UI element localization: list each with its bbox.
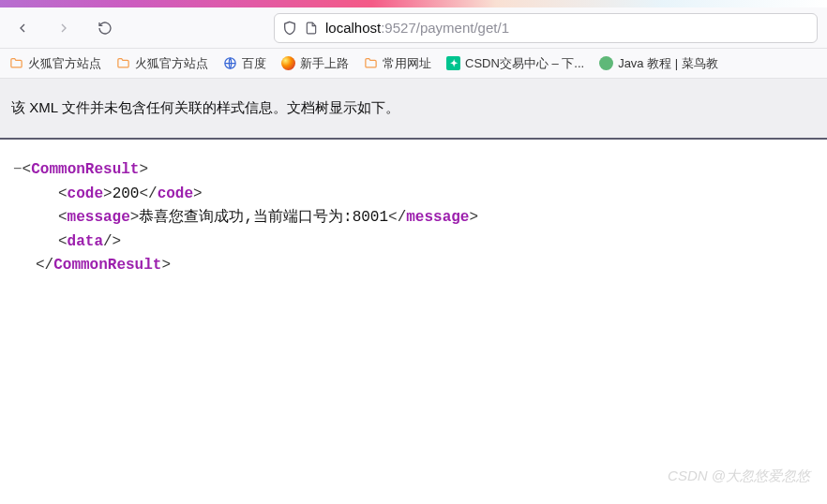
xml-tag: data [68,233,103,250]
bookmark-item[interactable]: 新手上路 [281,55,349,72]
bookmark-item[interactable]: 火狐官方站点 [9,55,101,72]
shield-icon [282,21,297,36]
folder-icon [116,56,130,70]
bookmark-label: Java 教程 | 菜鸟教 [618,55,718,72]
back-button[interactable] [9,15,36,41]
firefox-icon [281,56,295,70]
bookmark-label: CSDN交易中心 – 下... [465,55,584,72]
bookmark-label: 新手上路 [300,55,349,72]
xml-line: <code>200</code> [13,183,814,207]
xml-tag: CommonResult [31,161,139,178]
url-text: localhost:9527/payment/get/1 [325,20,509,36]
page-icon [305,21,318,36]
bookmark-item[interactable]: Java 教程 | 菜鸟教 [599,55,718,72]
xml-line: <data/> [13,230,814,255]
bookmark-label: 常用网址 [383,55,431,72]
collapse-toggle[interactable]: − [13,161,23,178]
xml-tag: message [68,209,130,226]
bookmark-label: 火狐官方站点 [28,55,101,72]
watermark: CSDN @大忽悠爱忽悠 [668,467,810,485]
url-port: :9527 [381,20,416,36]
xml-line: <message>恭喜您查询成功,当前端口号为:8001</message> [13,206,814,230]
bookmark-label: 百度 [242,55,266,72]
bookmark-label: 火狐官方站点 [135,55,208,72]
globe-icon [223,56,237,70]
bookmark-item[interactable]: 常用网址 [364,55,431,72]
xml-tag: CommonResult [53,257,161,274]
folder-icon [9,56,23,70]
xml-notice: 该 XML 文件并未包含任何关联的样式信息。文档树显示如下。 [0,79,827,140]
bookmark-item[interactable]: 百度 [223,55,266,72]
address-bar[interactable]: localhost:9527/payment/get/1 [274,13,818,43]
tab-strip [0,0,827,7]
url-host: localhost [325,20,381,36]
xml-text: 恭喜您查询成功,当前端口号为:8001 [139,209,388,226]
folder-icon [364,56,378,70]
url-path: /payment/get/1 [416,20,509,36]
xml-text: 200 [113,185,140,202]
java-icon [599,56,613,70]
reload-button[interactable] [92,15,118,41]
bookmark-item[interactable]: ✦ CSDN交易中心 – 下... [446,55,584,72]
toolbar: localhost:9527/payment/get/1 [0,7,827,49]
bookmarks-bar: 火狐官方站点 火狐官方站点 百度 新手上路 常用网址 ✦ CSDN交易中心 – … [0,49,827,79]
csdn-icon: ✦ [446,56,460,70]
bookmark-item[interactable]: 火狐官方站点 [116,55,208,72]
xml-tree: −<CommonResult> <code>200</code> <messag… [0,140,827,297]
xml-tag: code [68,185,103,202]
xml-tag: code [158,185,193,202]
xml-line: −<CommonResult> [13,158,814,183]
forward-button[interactable] [51,15,77,41]
xml-line: </CommonResult> [13,254,814,278]
xml-tag: message [406,209,469,226]
